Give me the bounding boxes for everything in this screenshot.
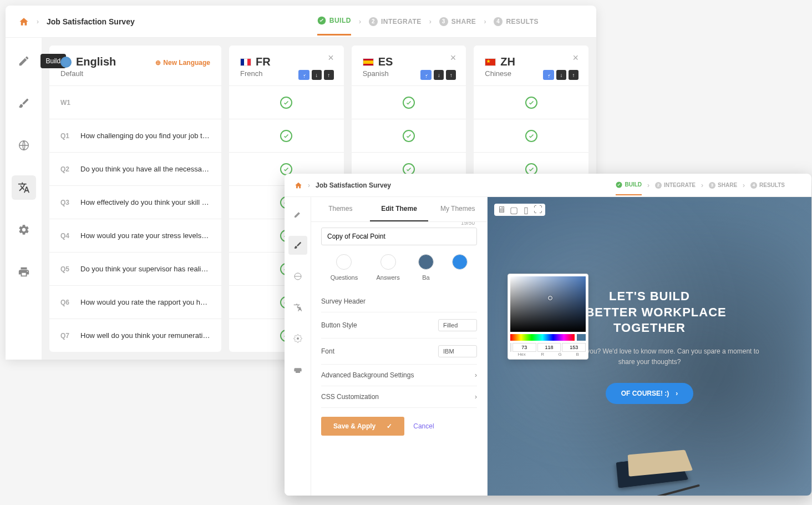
translate-icon (293, 303, 302, 312)
picker-saturation-area[interactable] (510, 276, 586, 332)
theme-name-input[interactable] (321, 228, 477, 245)
step-results[interactable]: 4RESULTS (494, 17, 539, 26)
question-row[interactable]: Q7How well do you think your remuneratio… (49, 319, 221, 352)
desktop-icon[interactable]: 🖥 (498, 206, 505, 214)
question-row[interactable]: Q2Do you think you have all the necessar… (49, 152, 221, 185)
font-select[interactable]: IBM (438, 345, 477, 357)
question-row[interactable]: Q4How would you rate your stress levels … (49, 219, 221, 252)
check-icon: ✓ (387, 422, 392, 430)
question-row[interactable]: Q5Do you think your supervisor has reali… (49, 252, 221, 285)
w2-step-build[interactable]: BUILD (616, 181, 642, 195)
close-icon[interactable]: × (573, 52, 579, 64)
swatch-label: Questions (331, 274, 358, 281)
w2-survey-title: Job Satisfaction Survey (316, 181, 391, 189)
preview-cta-button[interactable]: OF COURSE! :)› (606, 383, 694, 404)
swatch-label: Answers (377, 274, 400, 281)
w2-sidebar (285, 197, 311, 496)
setting-advanced-bg[interactable]: Advanced Background Settings› (321, 365, 477, 386)
tab-my-themes[interactable]: My Themes (428, 197, 487, 221)
translation-status-row[interactable] (229, 85, 344, 119)
r-input[interactable] (512, 343, 536, 352)
home-icon[interactable] (19, 17, 29, 27)
print-icon (293, 365, 302, 374)
close-icon[interactable]: × (328, 52, 334, 64)
sidebar-logic[interactable] (12, 133, 36, 158)
auto-translate-button[interactable] (543, 70, 554, 80)
flag-en-icon (60, 57, 72, 68)
sidebar-settings[interactable] (12, 218, 36, 242)
question-row[interactable]: Q1How challenging do you find your job t… (49, 119, 221, 152)
w2-sidebar-logic[interactable] (288, 267, 307, 286)
home-icon[interactable] (295, 181, 302, 189)
tab-edit-theme[interactable]: Edit Theme (370, 197, 429, 221)
color-picker[interactable]: Hex R G B (507, 274, 588, 360)
picker-cursor[interactable] (548, 296, 552, 300)
q-text: How would you rate your stress levels at… (80, 231, 210, 240)
w2-step-share[interactable]: 3SHARE (709, 182, 737, 189)
lang-code: FR (256, 55, 271, 68)
q-number: Q6 (60, 299, 73, 306)
b-input[interactable] (562, 343, 586, 352)
mobile-icon[interactable]: ▯ (522, 206, 530, 214)
setting-css[interactable]: CSS Customization› (321, 386, 477, 408)
fullscreen-icon[interactable]: ⛶ (534, 206, 542, 214)
tab-themes[interactable]: Themes (311, 197, 370, 221)
swatch-circle[interactable] (336, 254, 352, 270)
sidebar-design[interactable] (12, 91, 36, 115)
header-bar: › Job Satisfaction Survey BUILD › 2INTEG… (6, 6, 596, 38)
flag-zh-icon (485, 58, 496, 66)
sidebar-print[interactable] (12, 260, 36, 284)
hue-slider[interactable] (510, 334, 575, 341)
sidebar-translate[interactable] (12, 175, 36, 200)
sidebar-build[interactable]: Build (12, 49, 36, 73)
translation-status-row[interactable] (474, 85, 588, 119)
step-build[interactable]: BUILD (317, 16, 351, 36)
q-text: How would you rate the rapport you have … (80, 298, 210, 306)
w2-sidebar-build[interactable] (288, 205, 307, 224)
save-apply-button[interactable]: Save & Apply✓ (321, 417, 404, 436)
swatch-circle[interactable] (452, 254, 468, 270)
question-row[interactable]: Q6How would you rate the rapport you hav… (49, 285, 221, 319)
step-integrate[interactable]: 2INTEGRATE (369, 17, 422, 26)
question-row[interactable]: Q3How effectively do you think your skil… (49, 185, 221, 219)
w2-sidebar-translate[interactable] (288, 298, 307, 317)
step-share[interactable]: 3SHARE (439, 17, 476, 26)
question-row[interactable]: W1 (49, 85, 221, 119)
download-button[interactable]: ↓ (434, 70, 444, 80)
close-icon[interactable]: × (450, 52, 456, 64)
w2-step-results[interactable]: 4RESULTS (750, 182, 785, 189)
auto-translate-button[interactable] (420, 70, 432, 80)
tablet-icon[interactable]: ▢ (510, 206, 517, 214)
cancel-link[interactable]: Cancel (413, 422, 434, 430)
translation-status-row[interactable] (352, 85, 466, 119)
swatch-circle[interactable] (380, 254, 396, 270)
new-language-button[interactable]: ⊕New Language (155, 59, 210, 67)
char-count: 19/50 (461, 222, 475, 226)
color-swatch[interactable]: Questions (331, 254, 358, 281)
color-swatch[interactable] (452, 254, 468, 281)
brush-icon (293, 241, 302, 250)
w2-sidebar-design[interactable] (288, 236, 307, 255)
color-swatch[interactable]: Answers (377, 254, 400, 281)
button-style-select[interactable]: Filled (438, 319, 477, 331)
translation-status-row[interactable] (352, 119, 466, 152)
translate-icon (18, 181, 30, 194)
w2-sidebar-print[interactable] (288, 360, 307, 379)
setting-survey-header[interactable]: Survey Header (321, 291, 477, 312)
g-input[interactable] (537, 343, 561, 352)
hex-input[interactable] (510, 343, 511, 352)
build-steps: BUILD › 2INTEGRATE › 3SHARE › 4RESULTS (317, 16, 539, 27)
translation-status-row[interactable] (474, 119, 588, 152)
swatch-circle[interactable] (418, 254, 434, 270)
translation-status-row[interactable] (229, 119, 344, 152)
upload-button[interactable]: ↑ (446, 70, 456, 80)
upload-button[interactable]: ↑ (324, 70, 334, 80)
color-swatch[interactable]: Ba (418, 254, 434, 281)
w2-sidebar-settings[interactable] (288, 329, 307, 348)
download-button[interactable]: ↓ (312, 70, 322, 80)
upload-button[interactable]: ↑ (569, 70, 578, 80)
preview-decoration (617, 440, 728, 496)
download-button[interactable]: ↓ (556, 70, 566, 80)
auto-translate-button[interactable] (298, 70, 309, 80)
w2-step-integrate[interactable]: 2INTEGRATE (655, 182, 696, 189)
